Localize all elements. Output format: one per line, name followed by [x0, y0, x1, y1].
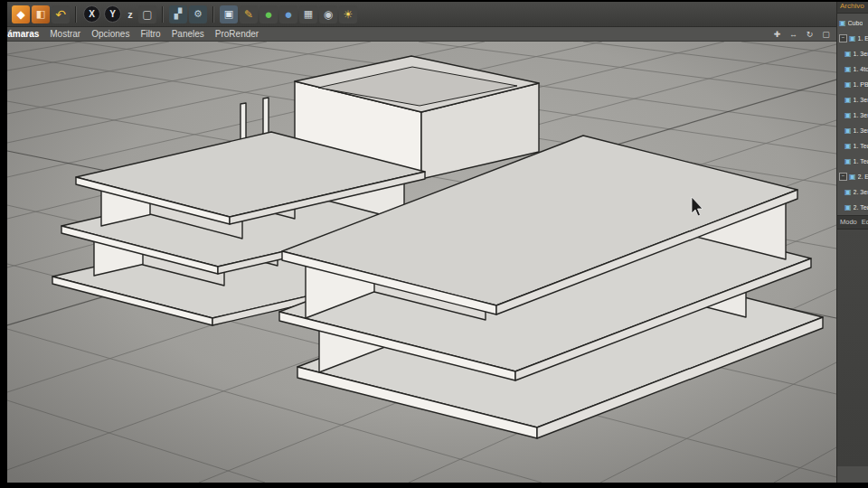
add-cube-icon[interactable]: ▣: [220, 5, 238, 23]
object-tree: ▣ Cubo − ▣ 1. Edificio ▣ 1. 3er piso ▣ 1…: [837, 14, 868, 215]
object-cube-icon: ▣: [844, 127, 852, 135]
tree-item[interactable]: ▣ 2. Techo 2: [837, 200, 868, 215]
attribute-manager-header: Modo Editar: [837, 215, 868, 230]
object-manager-panel: Archivo ▣ Cubo − ▣ 1. Edificio ▣ 1. 3er …: [836, 0, 868, 488]
menu-paneles[interactable]: Paneles: [172, 29, 204, 39]
axis-y-lock-icon[interactable]: Y: [104, 5, 121, 23]
tree-item[interactable]: ▣ 1. 3er piso: [837, 92, 868, 108]
axis-x-lock-icon[interactable]: X: [83, 5, 100, 23]
tree-item[interactable]: ▣ 1. 3er piso: [837, 108, 868, 123]
menu-filtro[interactable]: Filtro: [140, 29, 160, 39]
tree-item[interactable]: − ▣ 2. Edificio: [837, 169, 868, 184]
rotate-view-icon[interactable]: ↻: [805, 30, 815, 39]
c4d-logo-icon[interactable]: ◆: [12, 5, 30, 23]
render-view-icon[interactable]: ▞: [169, 5, 187, 23]
viewport-nav-controls: ✚ ↔ ↻ ▢: [772, 30, 831, 39]
object-manager-menu-archivo[interactable]: Archivo: [837, 0, 868, 14]
object-cube-icon: ▣: [844, 203, 852, 211]
screen-edge: [0, 0, 7, 488]
app-window: ◆ ◧ ↶ X Y z ▢ ▞ ⚙ ▣ ✎ ● ● ▦ ◉ ☀ Cámaras …: [0, 0, 868, 488]
object-cube-icon: ▣: [844, 50, 852, 58]
object-cube-icon: ▣: [844, 157, 852, 165]
object-cube-icon: ▣: [844, 111, 852, 119]
screen-edge: [0, 483, 868, 488]
viewport-3d[interactable]: [0, 0, 868, 488]
workplane-icon[interactable]: ▢: [138, 5, 156, 23]
menu-opciones[interactable]: Opciones: [91, 29, 129, 39]
toolbar-separator: [75, 6, 77, 23]
edit-menu[interactable]: Editar: [862, 216, 868, 229]
light-icon[interactable]: ☀: [339, 5, 357, 23]
maximize-view-icon[interactable]: ▢: [821, 30, 831, 39]
tree-item[interactable]: ▣ 1. Techo: [837, 138, 868, 154]
viewport-menubar: Cámaras Mostrar Opciones Filtro Paneles …: [7, 27, 836, 42]
axis-z-lock-icon[interactable]: z: [124, 5, 137, 23]
object-null-icon: ▣: [849, 173, 856, 181]
undo-icon[interactable]: ↶: [52, 5, 70, 23]
toolbar-separator: [162, 6, 164, 23]
render-settings-icon[interactable]: ⚙: [189, 5, 207, 23]
object-cube-icon: ▣: [844, 80, 852, 89]
subdivision-surface-icon[interactable]: ●: [259, 5, 278, 23]
object-cube-icon: ▣: [844, 188, 852, 196]
screen-edge: [0, 0, 868, 2]
tree-item[interactable]: ▣ Cubo: [837, 15, 868, 31]
metaball-icon[interactable]: ●: [279, 5, 297, 23]
object-cube-icon: ▣: [839, 19, 846, 27]
zoom-view-icon[interactable]: ↔: [788, 30, 798, 39]
toolbar-separator: [212, 6, 214, 23]
main-toolbar: ◆ ◧ ↶ X Y z ▢ ▞ ⚙ ▣ ✎ ● ● ▦ ◉ ☀: [7, 2, 836, 27]
tree-item[interactable]: ▣ 1. PB: [837, 77, 868, 92]
tree-item[interactable]: ▣ 2. 3er piso: [837, 184, 868, 200]
tree-item[interactable]: ▣ 1. Techo 2: [837, 154, 868, 169]
tree-item[interactable]: ▣ 1. 3er piso: [837, 46, 868, 61]
mode-menu[interactable]: Modo: [840, 216, 857, 229]
attribute-manager-body: [837, 230, 868, 466]
object-cube-icon: ▣: [844, 142, 852, 150]
tree-item[interactable]: ▣ 1. 4to piso: [837, 61, 868, 77]
object-null-icon: ▣: [849, 34, 856, 42]
camera-icon[interactable]: ◉: [319, 5, 337, 23]
expand-toggle[interactable]: −: [839, 34, 847, 42]
expand-toggle[interactable]: −: [839, 173, 847, 181]
tree-item[interactable]: − ▣ 1. Edificio: [837, 31, 868, 46]
material-icon[interactable]: ◧: [32, 5, 50, 23]
object-cube-icon: ▣: [844, 96, 852, 104]
spline-pen-icon[interactable]: ✎: [240, 5, 258, 23]
array-icon[interactable]: ▦: [299, 5, 317, 23]
pan-view-icon[interactable]: ✚: [772, 30, 782, 39]
menu-mostrar[interactable]: Mostrar: [50, 29, 80, 39]
tree-item[interactable]: ▣ 1. 3er piso: [837, 123, 868, 138]
object-cube-icon: ▣: [844, 65, 852, 73]
menu-prorender[interactable]: ProRender: [215, 29, 259, 39]
